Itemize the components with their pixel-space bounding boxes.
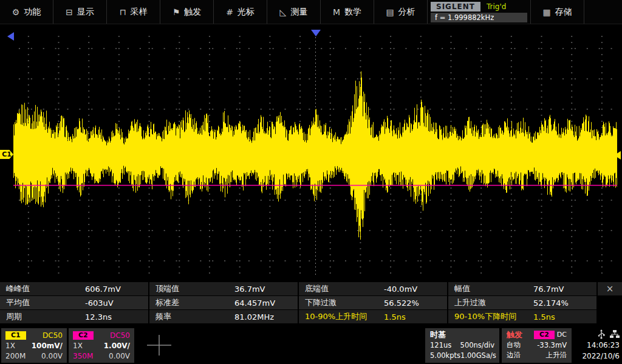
measurement-label: 频率 xyxy=(149,311,234,322)
timebase-samplerate: 1.00GSa/s xyxy=(460,351,496,360)
measurement-label: 顶端值 xyxy=(149,283,234,294)
measurement-panel: 峰峰值 606.7mV 顶端值 36.7mV 底端值 -40.0mV 幅值 76… xyxy=(0,282,622,324)
menu-item-label: 功能 xyxy=(24,7,41,18)
channel1-offset: 0.00V xyxy=(41,352,63,360)
measurement-cell-top: 顶端值 36.7mV xyxy=(149,282,298,295)
measurement-value: 76.7mV xyxy=(533,285,564,294)
oscilloscope-screen: ⚙ 功能 ⊟ 显示 ⊓ 采样 ⚑ 触发 # 光标 ◺ 测量 M 数学 ▤ 分析 xyxy=(0,0,622,364)
measurement-label: 10-90%上升时间 xyxy=(299,311,384,322)
measurement-cell-rise-overshoot: 上升过激 52.174% xyxy=(448,296,596,309)
trigger-source-badge: C2 xyxy=(534,331,555,339)
channel1-bandwidth: 200M xyxy=(5,352,26,360)
timebase-points: 5.00kpts xyxy=(430,351,460,360)
channel2-info-box[interactable]: C2 DC50 1X 1.00V/ 350M 0.00V xyxy=(69,328,134,363)
gear-icon: ⚙ xyxy=(12,7,20,17)
measurement-label: 周期 xyxy=(0,311,85,322)
menu-item-function[interactable]: ⚙ 功能 xyxy=(0,0,53,24)
clock-date: 2022/10/6 xyxy=(573,351,620,362)
menu-item-measure[interactable]: ◺ 测量 xyxy=(267,0,321,24)
measurement-row: 周期 12.3ns 频率 81.02MHz 10-90%上升时间 1.5ns 9… xyxy=(0,310,598,323)
channel2-badge: C2 xyxy=(73,331,94,340)
measurement-cell-amplitude: 幅值 76.7mV xyxy=(448,282,596,295)
usb-icon xyxy=(598,329,605,339)
measurement-value: -603uV xyxy=(85,298,114,308)
trigger-slope: 上升沿 xyxy=(546,351,567,360)
menu-item-display[interactable]: ⊟ 显示 xyxy=(53,0,107,24)
channel2-offset: 0.00V xyxy=(109,352,130,360)
measurement-panel-close-button[interactable]: × xyxy=(598,282,622,295)
menu-item-label: 测量 xyxy=(290,7,307,18)
trigger-status-badge: Trig'd xyxy=(487,2,506,11)
measurement-row: 峰峰值 606.7mV 顶端值 36.7mV 底端值 -40.0mV 幅值 76… xyxy=(0,282,598,295)
measurement-value: 12.3ns xyxy=(85,312,112,322)
timebase-scale: 500ns/div xyxy=(460,341,494,349)
measurement-value: 606.7mV xyxy=(85,285,121,294)
measurement-label: 上升过激 xyxy=(448,297,533,308)
measurement-cell-rise-time: 10-90%上升时间 1.5ns xyxy=(299,310,447,323)
trigger-title: 触发 xyxy=(507,329,522,340)
menu-item-label: 分析 xyxy=(398,7,415,18)
crosshair-icon xyxy=(146,334,173,357)
measurement-cell-fall-time: 90-10%下降时间 1.5ns xyxy=(448,310,596,323)
measurement-cell-base: 底端值 -40.0mV xyxy=(299,282,447,295)
menu-item-trigger[interactable]: ⚑ 触发 xyxy=(160,0,214,24)
channel1-offset-marker[interactable]: C1 xyxy=(0,150,13,159)
trigger-box[interactable]: 触发 C2 DC 自动 -33.3mV 边沿 上升沿 xyxy=(502,328,572,363)
measurement-cell-stdev: 标准差 64.457mV xyxy=(149,296,298,309)
measurement-table: 峰峰值 606.7mV 顶端值 36.7mV 底端值 -40.0mV 幅值 76… xyxy=(0,282,598,324)
math-icon: M xyxy=(333,7,340,17)
bottom-status-bar: C1 DC50 1X 100mV/ 200M 0.00V C2 DC50 1X … xyxy=(0,328,622,364)
menu-item-acquire[interactable]: ⊓ 采样 xyxy=(107,0,160,24)
menu-bar: ⚙ 功能 ⊟ 显示 ⊓ 采样 ⚑ 触发 # 光标 ◺ 测量 M 数学 ▤ 分析 xyxy=(0,0,622,24)
timebase-title: 时基 xyxy=(430,329,446,340)
menu-item-label: 存储 xyxy=(555,7,572,18)
measurement-cell-frequency: 频率 81.02MHz xyxy=(149,310,298,323)
measurement-cell-pkpk: 峰峰值 606.7mV xyxy=(0,282,148,295)
measurement-value: -40.0mV xyxy=(384,285,417,294)
measurement-value: 1.5ns xyxy=(384,312,406,322)
measurement-cell-mean: 平均值 -603uV xyxy=(0,296,148,309)
measurement-row: 平均值 -603uV 标准差 64.457mV 下降过激 56.522% 上升过… xyxy=(0,296,598,309)
menu-item-label: 显示 xyxy=(77,7,94,18)
acquire-icon: ⊓ xyxy=(120,7,126,17)
measurement-label: 下降过激 xyxy=(299,297,384,308)
measure-icon: ◺ xyxy=(280,7,287,17)
channel1-coupling: DC50 xyxy=(43,331,63,340)
trigger-level: -33.3mV xyxy=(537,341,567,349)
trigger-delay-arrow-icon[interactable] xyxy=(7,32,14,41)
menu-item-cursor[interactable]: # 光标 xyxy=(214,0,267,24)
close-icon: × xyxy=(606,283,614,294)
menu-item-analysis[interactable]: ▤ 分析 xyxy=(374,0,428,24)
measurement-value: 1.5ns xyxy=(533,312,555,322)
channel1-info-box[interactable]: C1 DC50 1X 100mV/ 200M 0.00V xyxy=(1,328,67,363)
trigger-position-marker[interactable] xyxy=(311,30,321,36)
frequency-counter: f = 1.999882kHz xyxy=(431,13,527,22)
trigger-flag-icon: ⚑ xyxy=(173,7,180,17)
analysis-icon: ▤ xyxy=(386,7,394,17)
measurement-label: 90-10%下降时间 xyxy=(448,311,533,322)
timebase-box[interactable]: 时基 121us 500ns/div 5.00kpts 1.00GSa/s xyxy=(425,328,499,363)
network-icon xyxy=(610,330,620,339)
siglent-logo: SIGLENT xyxy=(431,2,480,12)
clock-block: 14:06:23 2022/10/6 xyxy=(573,329,620,362)
channel1-scale: 100mV/ xyxy=(32,342,63,350)
measurement-label: 峰峰值 xyxy=(0,283,85,294)
measurement-label: 标准差 xyxy=(149,297,234,308)
trigger-mode: 自动 xyxy=(507,340,521,349)
measurement-value: 81.02MHz xyxy=(234,312,274,322)
menu-item-label: 触发 xyxy=(184,7,201,18)
measurement-label: 平均值 xyxy=(0,297,85,308)
cursor-icon: # xyxy=(226,7,233,17)
clock-time: 14:06:23 xyxy=(573,340,620,351)
menu-item-storage[interactable]: ▦ 存储 xyxy=(531,0,584,24)
measurement-cell-fall-overshoot: 下降过激 56.522% xyxy=(299,296,447,309)
measurement-value: 36.7mV xyxy=(234,285,265,294)
channel1-probe: 1X xyxy=(5,342,15,350)
measurement-cell-period: 周期 12.3ns xyxy=(0,310,148,323)
measurement-value: 64.457mV xyxy=(234,298,275,308)
channel1-badge: C1 xyxy=(5,331,26,340)
trigger-status-block: SIGLENT Trig'd f = 1.999882kHz xyxy=(428,0,531,24)
menu-item-math[interactable]: M 数学 xyxy=(321,0,374,24)
measurement-value: 56.522% xyxy=(384,298,419,308)
measurement-value: 52.174% xyxy=(533,298,569,308)
